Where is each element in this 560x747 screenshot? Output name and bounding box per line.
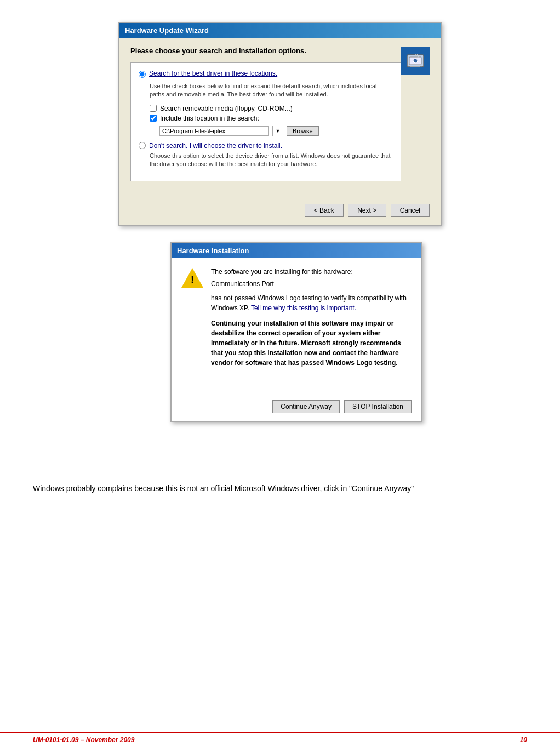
hw-install-titlebar: Hardware Installation — [172, 243, 421, 258]
include-location-checkbox[interactable] — [150, 115, 157, 122]
path-dropdown[interactable]: ▼ — [272, 126, 283, 136]
continue-anyway-button[interactable]: Continue Anyway — [272, 400, 340, 413]
stop-installation-button[interactable]: STOP Installation — [344, 400, 412, 413]
wizard-hardware-icon — [405, 50, 426, 71]
warning-icon: ! — [181, 267, 203, 289]
footer-left: UM-0101-01.09 – November 2009 — [33, 736, 134, 744]
page-footer: UM-0101-01.09 – November 2009 10 — [0, 732, 560, 747]
svg-point-3 — [413, 59, 418, 63]
next-button[interactable]: Next > — [348, 204, 386, 217]
include-location-label: Include this location in the search: — [160, 115, 259, 122]
bottom-note: Windows probably complains because this … — [33, 482, 527, 494]
wizard-body: Please choose your search and installati… — [119, 38, 441, 198]
hw-install-intro: The software you are installing for this… — [211, 267, 412, 277]
wizard-icon-area — [401, 47, 430, 75]
warning-exclaim: ! — [191, 275, 194, 284]
hw-install-info: The software you are installing for this… — [211, 267, 412, 373]
back-button[interactable]: < Back — [305, 204, 344, 217]
removable-media-checkbox[interactable] — [150, 105, 157, 112]
dont-search-help: Choose this option to select the device … — [150, 152, 393, 169]
path-input[interactable] — [159, 126, 269, 136]
cancel-button[interactable]: Cancel — [391, 204, 430, 217]
wizard-titlebar-left: Hardware Update Wizard — [125, 26, 209, 35]
hw-warning-bold: Continuing your installation of this sof… — [211, 318, 412, 368]
wizard-inner-box: Search for the best driver in these loca… — [130, 62, 401, 181]
wizard-instruction: Please choose your search and installati… — [130, 47, 401, 55]
logo-test-link[interactable]: Tell me why this testing is important. — [251, 304, 356, 312]
wizard-titlebar: Hardware Update Wizard — [119, 23, 441, 38]
wizard-title: Hardware Update Wizard — [125, 26, 209, 35]
svg-rect-2 — [410, 66, 420, 67]
hw-install-title: Hardware Installation — [177, 247, 249, 255]
hardware-update-wizard-dialog: Hardware Update Wizard Please choose you… — [118, 22, 442, 226]
search-radio-label: Search for the best driver in these loca… — [149, 70, 277, 77]
hw-divider — [181, 381, 412, 381]
hw-warning-row: ! The software you are installing for th… — [181, 267, 412, 373]
wizard-footer: < Back Next > Cancel — [119, 198, 441, 225]
hw-install-body: ! The software you are installing for th… — [172, 258, 421, 396]
hw-install-footer: Continue Anyway STOP Installation — [172, 396, 421, 421]
path-row: ▼ Browse — [159, 126, 393, 136]
hardware-installation-dialog: Hardware Installation ! The software you… — [170, 242, 422, 422]
wizard-header-row: Please choose your search and installati… — [130, 47, 430, 189]
hw-logo-fail-text: has not passed Windows Logo testing to v… — [211, 293, 412, 313]
dont-search-radio-input[interactable] — [139, 142, 146, 149]
dont-search-radio-option: Don't search. I will choose the driver t… — [139, 142, 393, 150]
footer-right: 10 — [520, 736, 527, 744]
dont-search-label: Don't search. I will choose the driver t… — [149, 142, 282, 150]
hw-install-device: Communications Port — [211, 280, 412, 288]
removable-media-checkbox-row: Search removable media (floppy, CD-ROM..… — [150, 105, 393, 112]
wizard-left-content: Please choose your search and installati… — [130, 47, 401, 189]
search-radio-option: Search for the best driver in these loca… — [139, 70, 393, 78]
search-radio-input[interactable] — [139, 71, 146, 78]
include-location-checkbox-row: Include this location in the search: — [150, 115, 393, 122]
search-help-text: Use the check boxes below to limit or ex… — [150, 82, 393, 99]
removable-media-label: Search removable media (floppy, CD-ROM..… — [160, 105, 293, 112]
browse-button[interactable]: Browse — [287, 126, 319, 136]
